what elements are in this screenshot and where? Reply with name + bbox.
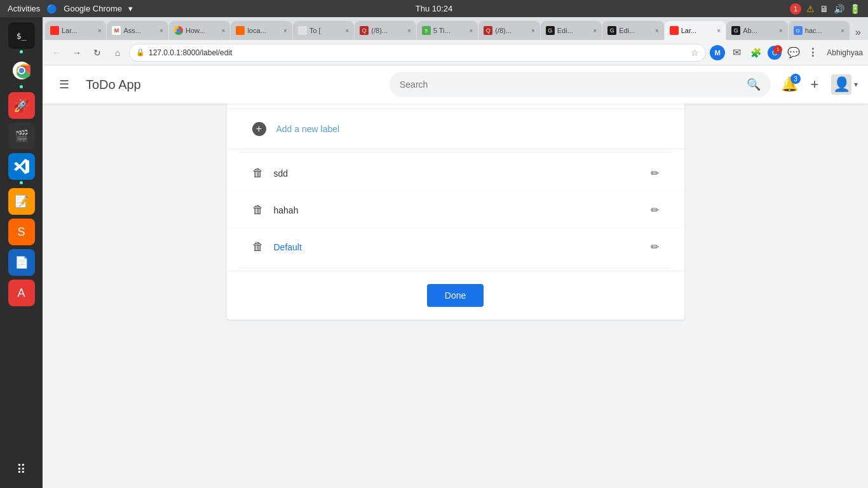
- favicon-quora-2: Q: [484, 26, 492, 35]
- nav-actions: M ✉ 🧩 G 1 💬 ⋮: [709, 44, 822, 62]
- tab-title-13: hac...: [805, 27, 839, 34]
- tab-title-9: Edi...: [557, 27, 591, 34]
- taskbar-vscode[interactable]: [8, 153, 35, 180]
- forward-button[interactable]: →: [68, 44, 86, 62]
- search-container: 🔍: [390, 72, 771, 97]
- tab-close-13[interactable]: ×: [841, 27, 844, 34]
- refresh-button[interactable]: ↻: [88, 44, 106, 62]
- tab-gmail[interactable]: M Ass... ×: [107, 21, 168, 40]
- extensions-button[interactable]: 🧩: [747, 44, 764, 62]
- back-button[interactable]: ←: [48, 44, 65, 62]
- dropdown-arrow[interactable]: ▾: [128, 4, 133, 13]
- mail-button[interactable]: ✉: [728, 44, 745, 62]
- tab-close-9[interactable]: ×: [593, 27, 597, 34]
- search-input[interactable]: [400, 79, 742, 90]
- taskbar-appstore[interactable]: A: [8, 280, 35, 306]
- more-button[interactable]: ⋮: [804, 44, 822, 62]
- done-button[interactable]: Done: [427, 284, 484, 307]
- home-button[interactable]: ⌂: [109, 44, 126, 62]
- tabs-overflow-btn[interactable]: »: [850, 25, 865, 40]
- os-volume-icon[interactable]: 🔊: [834, 4, 844, 14]
- tab-todo[interactable]: To [ ×: [293, 21, 354, 40]
- favicon-todo: [298, 26, 307, 35]
- chat-button[interactable]: 💬: [785, 44, 803, 62]
- card-footer: Done: [227, 271, 684, 320]
- tab-close-12[interactable]: ×: [779, 27, 783, 34]
- divider-after-add: [240, 152, 672, 152]
- tab-edit-1[interactable]: G Edi... ×: [541, 21, 602, 40]
- tab-close-1[interactable]: ×: [98, 27, 102, 34]
- add-label-row[interactable]: + Add a new label: [227, 109, 684, 149]
- favicon-5tips: 5: [422, 26, 431, 35]
- tab-close-2[interactable]: ×: [159, 27, 163, 34]
- browser-name-label[interactable]: Google Chrome: [64, 4, 122, 13]
- label-name-sdd: sdd: [274, 168, 641, 179]
- tab-title-5: To [: [309, 27, 343, 34]
- tab-title-8: (/8)...: [495, 27, 529, 34]
- tab-edit-2[interactable]: G Edi... ×: [602, 21, 663, 40]
- header-actions: 🔔 3 + 👤 ▾: [781, 73, 858, 96]
- taskbar-rocket[interactable]: 🚀: [8, 92, 35, 119]
- activities-label[interactable]: Activities: [8, 4, 40, 13]
- trash-icon-hahah[interactable]: 🗑: [252, 203, 264, 217]
- chrome-favicon: 🔵: [46, 4, 57, 14]
- tab-close-6[interactable]: ×: [407, 27, 411, 34]
- tab-close-8[interactable]: ×: [531, 27, 535, 34]
- favicon-laravel-active: [670, 26, 679, 35]
- taskbar-writer[interactable]: 📄: [8, 249, 35, 276]
- tab-loca[interactable]: loca... ×: [231, 21, 292, 40]
- avatar-container[interactable]: 👤 ▾: [831, 74, 858, 95]
- favicon-laravel-1: [50, 26, 59, 35]
- lock-icon: 🔒: [136, 48, 145, 57]
- taskbar-sublimetext[interactable]: S: [8, 219, 35, 245]
- add-label-text[interactable]: Add a new label: [276, 124, 340, 134]
- tab-laravel-active[interactable]: Lar... ×: [665, 21, 726, 40]
- trash-icon-default[interactable]: 🗑: [252, 240, 264, 254]
- os-notification-badge[interactable]: 1: [790, 3, 801, 15]
- trash-icon-sdd[interactable]: 🗑: [252, 166, 264, 180]
- notification-container[interactable]: 🔔 3: [781, 76, 798, 93]
- tab-quora-1[interactable]: Q (/8)... ×: [355, 21, 416, 40]
- edit-icon-hahah[interactable]: ✏: [651, 204, 659, 216]
- hamburger-button[interactable]: ☰: [53, 73, 76, 96]
- os-network-icon[interactable]: 🖥: [820, 4, 829, 14]
- tab-close-3[interactable]: ×: [222, 27, 226, 34]
- profile-g-button[interactable]: G 1: [766, 44, 783, 62]
- avatar-dropdown-chevron[interactable]: ▾: [854, 80, 858, 89]
- tab-close-10[interactable]: ×: [655, 27, 659, 34]
- taskbar-notepad[interactable]: 📝: [8, 188, 35, 215]
- search-icon[interactable]: 🔍: [747, 78, 761, 92]
- tab-title-4: loca...: [247, 27, 281, 34]
- edit-icon-default[interactable]: ✏: [651, 241, 659, 253]
- tab-abhi[interactable]: G Ab... ×: [726, 21, 787, 40]
- tab-close-7[interactable]: ×: [469, 27, 473, 34]
- tab-hac[interactable]: G hac... ×: [789, 21, 850, 40]
- tab-title-2: Ass...: [123, 27, 157, 34]
- os-battery-icon[interactable]: 🔋: [850, 4, 860, 14]
- tab-how[interactable]: How... ×: [169, 21, 230, 40]
- tab-close-4[interactable]: ×: [283, 27, 287, 34]
- taskbar-chrome[interactable]: [8, 57, 35, 84]
- tab-laravel-1[interactable]: Lar... ×: [45, 21, 106, 40]
- profile-m-button[interactable]: M: [709, 44, 726, 62]
- taskbar-terminal[interactable]: $_: [8, 22, 35, 49]
- tab-quora-2[interactable]: Q (/8)... ×: [478, 21, 539, 40]
- label-row-sdd: 🗑 sdd ✏: [227, 155, 684, 191]
- edit-icon-sdd[interactable]: ✏: [651, 167, 659, 179]
- browser-chrome: Lar... × M Ass... × How... × loca... × T…: [43, 17, 868, 65]
- add-task-button[interactable]: +: [803, 73, 826, 96]
- os-topbar-right: 1 ⚠ 🖥 🔊 🔋: [790, 3, 860, 15]
- tab-close-5[interactable]: ×: [346, 27, 349, 34]
- taskbar-grid[interactable]: ⠿: [8, 456, 35, 483]
- active-indicator: [20, 50, 23, 53]
- label-row-hahah: 🗑 hahah ✏: [227, 191, 684, 228]
- taskbar-clapper[interactable]: 🎬: [8, 123, 35, 149]
- label-name-default[interactable]: Default: [274, 242, 641, 252]
- bookmark-icon[interactable]: ☆: [691, 48, 699, 58]
- main-content: Edit Labels + Add a new label 🗑 sdd ✏: [43, 65, 868, 332]
- tab-close-11[interactable]: ×: [717, 27, 721, 34]
- address-bar[interactable]: 🔒 127.0.0.1:8000/label/edit ☆: [129, 44, 706, 62]
- tab-5tips[interactable]: 5 5 Ti... ×: [417, 21, 478, 40]
- add-circle-icon: +: [252, 122, 266, 136]
- avatar: 👤: [831, 74, 851, 95]
